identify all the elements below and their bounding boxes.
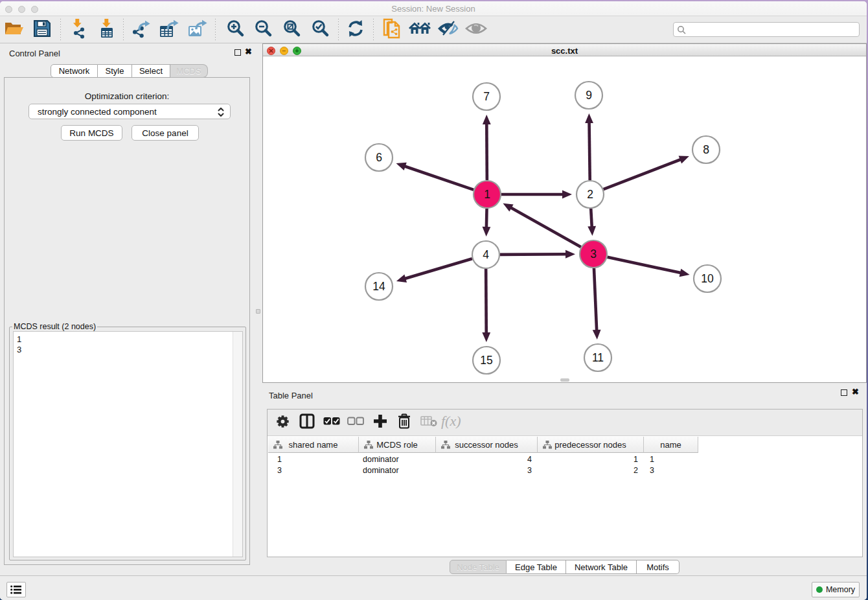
control-tab-mcds[interactable]: MCDS: [170, 64, 208, 78]
delete-column-button[interactable]: [393, 413, 417, 432]
eye-icon: [465, 19, 487, 41]
mcds-result-group-title: MCDS result (2 nodes): [12, 322, 97, 331]
table-cell[interactable]: 1: [268, 454, 359, 465]
graph-node-7[interactable]: 7: [473, 83, 500, 110]
column-header-label: MCDS role: [359, 437, 435, 452]
table-cell[interactable]: 4: [436, 454, 538, 465]
network-hscroll-thumb[interactable]: [560, 378, 569, 382]
table-cell[interactable]: 2: [538, 465, 644, 476]
import-network-button[interactable]: [67, 18, 91, 41]
run-mcds-button[interactable]: Run MCDS: [61, 125, 122, 141]
column-header-mcds-role[interactable]: MCDS role: [359, 437, 436, 453]
table-cell[interactable]: 3: [268, 465, 359, 476]
zoom-out-button[interactable]: [251, 18, 275, 41]
network-canvas[interactable]: 7 9 6 8 1 2 4 3 14 10 15 11: [263, 57, 866, 382]
graph-node-6[interactable]: 6: [365, 144, 393, 171]
graph-node-11[interactable]: 11: [584, 344, 611, 371]
column-visibility-button[interactable]: [295, 413, 320, 432]
svg-text:10: 10: [701, 272, 714, 285]
divider-handle[interactable]: [256, 309, 260, 314]
table-cell[interactable]: 3: [436, 465, 538, 476]
export-table-button[interactable]: [157, 18, 181, 41]
criterion-select[interactable]: strongly connected component: [29, 104, 231, 119]
network-window-title: scc.txt: [263, 46, 866, 56]
column-header-label: shared name: [268, 437, 358, 452]
graph-node-8[interactable]: 8: [692, 136, 720, 163]
graph-node-15[interactable]: 15: [473, 347, 500, 374]
import-table-button[interactable]: [95, 18, 119, 41]
open-session-button[interactable]: [2, 18, 25, 41]
toolbar-separator: [215, 19, 216, 40]
search-input[interactable]: [689, 25, 859, 34]
memory-button[interactable]: Memory: [812, 582, 860, 597]
window-title: Session: New Session: [0, 4, 867, 14]
table-settings-button[interactable]: [271, 413, 295, 432]
graph-node-3[interactable]: 3: [580, 240, 607, 268]
float-panel-icon[interactable]: [234, 49, 241, 56]
table-cell[interactable]: 3: [644, 465, 698, 476]
network-window-minimize-button[interactable]: −: [280, 47, 288, 55]
chevron-up-down-icon: [217, 106, 225, 120]
show-graphics-details-button[interactable]: [464, 18, 488, 41]
hide-graphics-details-button[interactable]: [436, 18, 459, 41]
graph-node-10[interactable]: 10: [694, 265, 721, 292]
control-tab-select[interactable]: Select: [132, 64, 170, 78]
main-area: Control Panel ✖ NetworkStyleSelectMCDS O…: [0, 43, 867, 575]
mcds-result-textarea[interactable]: 1 3: [13, 331, 243, 557]
open-folder-icon: [3, 18, 24, 41]
column-header-successor-nodes[interactable]: successor nodes: [436, 437, 538, 453]
graph-node-14[interactable]: 14: [365, 273, 393, 300]
network-window-close-button[interactable]: ✕: [267, 47, 275, 55]
mcds-result-text: 1 3: [17, 334, 21, 355]
save-session-button[interactable]: [30, 18, 54, 41]
home-button[interactable]: [408, 18, 431, 41]
refresh-icon: [346, 19, 365, 41]
svg-text:2: 2: [587, 188, 593, 201]
graph-node-2[interactable]: 2: [577, 181, 604, 208]
import-network-icon: [69, 18, 89, 41]
split-pane-divider[interactable]: [254, 43, 262, 575]
zoom-selected-button[interactable]: [308, 18, 332, 41]
table-tab-network-table[interactable]: Network Table: [566, 560, 637, 574]
zoom-in-button[interactable]: [223, 18, 247, 41]
window-titlebar: Session: New Session: [0, 1, 867, 16]
close-table-panel-icon[interactable]: ✖: [852, 387, 859, 397]
table-cell[interactable]: dominator: [359, 454, 436, 465]
column-header-shared-name[interactable]: shared name: [268, 437, 359, 453]
float-table-panel-icon[interactable]: [841, 389, 847, 396]
graph-node-9[interactable]: 9: [575, 82, 602, 109]
export-image-button[interactable]: [186, 18, 209, 41]
column-header-predecessor-nodes[interactable]: predecessor nodes: [538, 437, 644, 453]
table-cell[interactable]: 1: [538, 454, 644, 465]
zoom-fit-button[interactable]: [280, 18, 303, 41]
add-column-button[interactable]: [368, 413, 393, 432]
control-tab-style[interactable]: Style: [98, 64, 132, 78]
network-view-window: scc.txt ✕−+ 7 9 6 8 1 2 4 3 14 10 1: [262, 43, 867, 383]
export-network-icon: [130, 18, 152, 41]
network-window-titlebar[interactable]: scc.txt ✕−+: [263, 43, 866, 56]
table-cell[interactable]: 1: [644, 454, 698, 465]
table-tab-node-table[interactable]: Node Table: [450, 560, 507, 574]
table-cell[interactable]: dominator: [359, 465, 436, 476]
deselect-all-button[interactable]: [344, 413, 369, 432]
close-panel-button[interactable]: Close panel: [131, 125, 199, 141]
export-image-icon: [187, 18, 209, 41]
table-tab-motifs[interactable]: Motifs: [637, 560, 680, 574]
network-window-zoom-button[interactable]: +: [293, 47, 301, 55]
column-header-name[interactable]: name: [644, 437, 698, 453]
control-panel-header: Control Panel ✖: [0, 43, 254, 63]
task-history-button[interactable]: [6, 582, 26, 597]
control-tab-network[interactable]: Network: [51, 64, 98, 78]
copy-network-button[interactable]: [380, 18, 404, 41]
unchecked-boxes-icon: [347, 416, 364, 429]
graph-node-1[interactable]: 1: [474, 181, 501, 208]
export-network-button[interactable]: [130, 18, 153, 41]
columns-icon: [299, 413, 315, 432]
close-panel-icon[interactable]: ✖: [245, 47, 252, 57]
table-tab-edge-table[interactable]: Edge Table: [507, 560, 566, 574]
graph-node-4[interactable]: 4: [472, 241, 499, 268]
select-all-button[interactable]: [319, 413, 344, 432]
result-scrollbar[interactable]: [233, 332, 242, 557]
apply-layout-button[interactable]: [344, 18, 367, 41]
search-box[interactable]: [673, 22, 860, 37]
